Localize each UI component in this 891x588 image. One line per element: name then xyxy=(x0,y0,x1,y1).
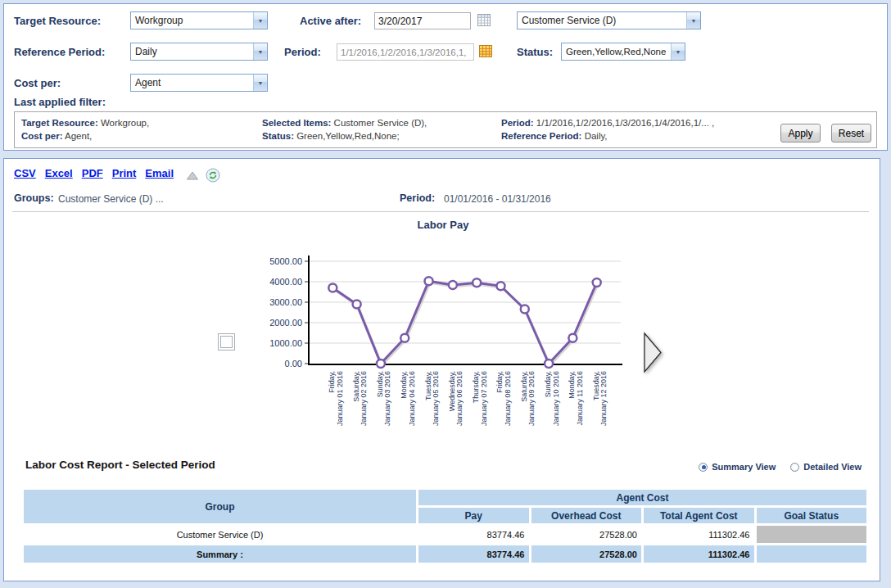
summary-row: Summary :83774.4627528.00111302.46 xyxy=(24,545,866,563)
group-cell: Customer Service (D) xyxy=(24,526,416,543)
chart-checkbox[interactable] xyxy=(218,333,235,351)
reference-period-dropdown[interactable]: Daily ▼ xyxy=(130,43,268,61)
value-cell: 111302.46 xyxy=(644,545,754,563)
reference-period-value: Daily xyxy=(131,46,253,57)
export-link-csv[interactable]: CSV xyxy=(14,167,36,179)
export-links: CSVExcelPDFPrintEmail xyxy=(14,167,174,179)
svg-text:Thursday,: Thursday, xyxy=(472,371,480,403)
chevron-down-icon[interactable]: ▼ xyxy=(253,12,267,29)
radio-icon[interactable] xyxy=(699,463,708,472)
last-applied-entry: Period: 1/1/2016,1/2/2016,1/3/2016,1/4/2… xyxy=(501,116,714,129)
collapse-up-icon[interactable] xyxy=(186,170,199,181)
export-link-email[interactable]: Email xyxy=(145,167,174,179)
svg-text:January 03 2016: January 03 2016 xyxy=(383,371,391,426)
report-panel: CSVExcelPDFPrintEmail Groups: Customer S… xyxy=(3,158,880,581)
detailed-view-radio[interactable]: Detailed View xyxy=(790,462,862,472)
status-dropdown[interactable]: Green,Yellow,Red,None ▼ xyxy=(561,43,685,61)
radio-icon[interactable] xyxy=(790,463,799,472)
status-label: Status: xyxy=(517,46,553,58)
next-page-arrow-icon[interactable] xyxy=(642,332,663,378)
value-cell: 27528.00 xyxy=(531,545,642,563)
column-header-total-agent-cost: Total Agent Cost xyxy=(644,508,754,523)
group-cell: Summary : xyxy=(24,545,416,563)
svg-text:Monday,: Monday, xyxy=(400,371,408,399)
summary-view-label: Summary View xyxy=(712,462,776,472)
svg-text:4000.00: 4000.00 xyxy=(269,277,302,287)
active-after-label: Active after: xyxy=(300,15,361,27)
reference-period-label: Reference Period: xyxy=(14,46,105,58)
value-cell: 111302.46 xyxy=(644,526,754,543)
export-link-pdf[interactable]: PDF xyxy=(82,167,103,179)
chevron-down-icon[interactable]: ▼ xyxy=(671,43,685,60)
svg-text:Sunday,: Sunday, xyxy=(376,371,384,397)
svg-text:January 09 2016: January 09 2016 xyxy=(527,371,536,426)
svg-text:Friday,: Friday, xyxy=(495,371,504,393)
target-resource-label: Target Resource: xyxy=(14,15,101,27)
svg-text:Saturday,: Saturday, xyxy=(352,371,360,402)
last-applied-entry: Cost per: Agent, xyxy=(21,129,262,142)
last-applied-filter-title: Last applied filter: xyxy=(14,96,106,108)
svg-text:3000.00: 3000.00 xyxy=(269,297,302,307)
svg-text:January 10 2016: January 10 2016 xyxy=(552,371,560,426)
table-row: Customer Service (D)83774.4627528.001113… xyxy=(24,526,866,543)
last-applied-entry: Reference Period: Daily, xyxy=(501,129,714,142)
goal-status-cell xyxy=(757,545,867,563)
last-applied-entry: Target Resource: Workgroup, xyxy=(21,116,262,129)
svg-text:January 06 2016: January 06 2016 xyxy=(455,371,464,426)
svg-text:January 07 2016: January 07 2016 xyxy=(480,371,488,426)
groups-label: Groups: xyxy=(14,192,54,204)
last-applied-column: Period: 1/1/2016,1/2/2016,1/3/2016,1/4/2… xyxy=(501,116,714,147)
cost-per-dropdown[interactable]: Agent ▼ xyxy=(130,74,268,92)
column-header-overhead-cost: Overhead Cost xyxy=(531,508,642,523)
cost-per-value: Agent xyxy=(131,77,253,88)
value-cell: 27528.00 xyxy=(531,526,642,543)
target-resource-dropdown[interactable]: Workgroup ▼ xyxy=(130,11,268,29)
value-cell: 83774.46 xyxy=(418,545,529,563)
apply-button[interactable]: Apply xyxy=(780,124,821,142)
chevron-down-icon[interactable]: ▼ xyxy=(253,75,267,91)
status-value: Green,Yellow,Red,None xyxy=(562,47,671,57)
svg-text:January 05 2016: January 05 2016 xyxy=(432,371,440,426)
svg-text:1000.00: 1000.00 xyxy=(269,338,302,348)
divider xyxy=(12,211,869,212)
active-after-input[interactable]: 3/20/2017 xyxy=(374,12,471,29)
labor-pay-chart: 0.001000.002000.003000.004000.005000.00F… xyxy=(263,246,640,436)
selected-items-value: Customer Service (D) xyxy=(518,15,686,26)
selected-items-dropdown[interactable]: Customer Service (D) ▼ xyxy=(517,11,701,29)
cost-per-label: Cost per: xyxy=(14,77,61,89)
summary-view-radio[interactable]: Summary View xyxy=(699,462,776,472)
svg-text:January 12 2016: January 12 2016 xyxy=(599,371,608,426)
svg-text:5000.00: 5000.00 xyxy=(269,256,302,266)
svg-text:January 02 2016: January 02 2016 xyxy=(360,371,368,426)
period-input[interactable]: 1/1/2016,1/2/2016,1/3/2016,1, xyxy=(337,43,474,61)
view-options: Summary View Detailed View xyxy=(699,462,862,472)
svg-text:2000.00: 2000.00 xyxy=(269,318,302,328)
svg-text:January 08 2016: January 08 2016 xyxy=(504,371,512,426)
last-applied-column: Target Resource: Workgroup,Cost per: Age… xyxy=(21,116,262,147)
labor-cost-table: GroupAgent CostPayOverhead CostTotal Age… xyxy=(21,487,869,565)
calendar-icon[interactable] xyxy=(477,14,491,26)
reset-button[interactable]: Reset xyxy=(831,124,871,142)
last-applied-column: Selected Items: Customer Service (D),Sta… xyxy=(262,116,501,147)
groups-value: Customer Service (D) ... xyxy=(58,193,164,205)
calendar-icon-orange[interactable] xyxy=(479,45,492,57)
report-period-value: 01/01/2016 - 01/31/2016 xyxy=(444,193,551,205)
value-cell: 83774.46 xyxy=(418,526,529,543)
svg-text:Monday,: Monday, xyxy=(568,371,576,399)
export-link-print[interactable]: Print xyxy=(112,167,137,179)
period-label: Period: xyxy=(284,46,321,58)
svg-text:Friday,: Friday, xyxy=(328,371,336,393)
svg-text:Wednesday,: Wednesday, xyxy=(448,371,456,411)
chevron-down-icon[interactable]: ▼ xyxy=(253,43,267,60)
export-link-excel[interactable]: Excel xyxy=(45,167,73,179)
group-column-header: Group xyxy=(24,490,416,523)
refresh-icon[interactable] xyxy=(206,168,220,183)
last-applied-entry: Selected Items: Customer Service (D), xyxy=(262,116,501,129)
svg-text:January 01 2016: January 01 2016 xyxy=(336,371,344,426)
svg-text:Tuesday,: Tuesday, xyxy=(592,371,600,400)
chevron-down-icon[interactable]: ▼ xyxy=(686,12,700,29)
report-period-label: Period: xyxy=(400,192,435,204)
last-applied-entry: Status: Green,Yellow,Red,None; xyxy=(262,129,501,142)
svg-text:Tuesday,: Tuesday, xyxy=(424,371,432,400)
svg-text:Saturday,: Saturday, xyxy=(520,371,528,402)
